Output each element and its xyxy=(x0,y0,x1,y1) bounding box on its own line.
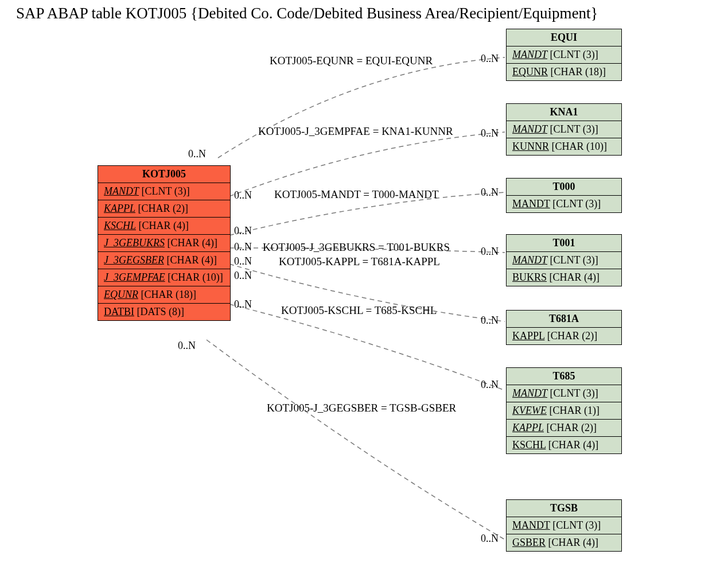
relation-label: KOTJ005-MANDT = T000-MANDT xyxy=(274,188,439,201)
cardinality-right: 0..N xyxy=(481,315,499,327)
entity-header: KNA1 xyxy=(507,104,621,121)
field-row: BUKRS [CHAR (4)] xyxy=(507,269,621,286)
entity-header: T000 xyxy=(507,179,621,196)
relation-label: KOTJ005-KSCHL = T685-KSCHL xyxy=(281,304,437,317)
field-row: DATBI [DATS (8)] xyxy=(98,304,230,320)
field-row: MANDT [CLNT (3)] xyxy=(507,252,621,269)
field-row: GSBER [CHAR (4)] xyxy=(507,534,621,551)
field-row: J_3GEBUKRS [CHAR (4)] xyxy=(98,235,230,252)
entity-t001: T001 MANDT [CLNT (3)] BUKRS [CHAR (4)] xyxy=(506,234,622,286)
relation-label: KOTJ005-J_3GEGSBER = TGSB-GSBER xyxy=(267,402,456,414)
field-row: J_3GEMPFAE [CHAR (10)] xyxy=(98,269,230,286)
cardinality-left: 0..N xyxy=(188,148,206,160)
cardinality-right: 0..N xyxy=(481,379,499,391)
field-row: MANDT [CLNT (3)] xyxy=(507,46,621,64)
relation-label: KOTJ005-EQUNR = EQUI-EQUNR xyxy=(270,55,433,67)
cardinality-right: 0..N xyxy=(481,53,499,65)
cardinality-left: 0..N xyxy=(234,270,252,282)
relation-label: KOTJ005-J_3GEBUKRS = T001-BUKRS xyxy=(263,241,450,254)
entity-t685: T685 MANDT [CLNT (3)] KVEWE [CHAR (1)] K… xyxy=(506,367,622,454)
entity-header: KOTJ005 xyxy=(98,166,230,183)
entity-header: EQUI xyxy=(507,29,621,46)
field-row: KUNNR [CHAR (10)] xyxy=(507,138,621,155)
cardinality-left: 0..N xyxy=(234,255,252,267)
cardinality-left: 0..N xyxy=(234,225,252,237)
field-row: MANDT [CLNT (3)] xyxy=(98,183,230,200)
field-row: EQUNR [CHAR (18)] xyxy=(507,64,621,80)
entity-equi: EQUI MANDT [CLNT (3)] EQUNR [CHAR (18)] xyxy=(506,29,622,81)
entity-header: TGSB xyxy=(507,500,621,517)
field-row: KAPPL [CHAR (2)] xyxy=(98,200,230,218)
relation-label: KOTJ005-KAPPL = T681A-KAPPL xyxy=(279,255,440,268)
cardinality-right: 0..N xyxy=(481,127,499,139)
page-title: SAP ABAP table KOTJ005 {Debited Co. Code… xyxy=(0,0,728,22)
entity-kna1: KNA1 MANDT [CLNT (3)] KUNNR [CHAR (10)] xyxy=(506,103,622,156)
field-row: MANDT [CLNT (3)] xyxy=(507,385,621,402)
field-row: MANDT [CLNT (3)] xyxy=(507,121,621,138)
entity-kotj005: KOTJ005 MANDT [CLNT (3)] KAPPL [CHAR (2)… xyxy=(98,165,231,321)
entity-header: T001 xyxy=(507,235,621,252)
entity-tgsb: TGSB MANDT [CLNT (3)] GSBER [CHAR (4)] xyxy=(506,499,622,552)
cardinality-left: 0..N xyxy=(234,241,252,253)
entity-header: T685 xyxy=(507,368,621,385)
field-row: EQUNR [CHAR (18)] xyxy=(98,286,230,304)
entity-t000: T000 MANDT [CLNT (3)] xyxy=(506,178,622,213)
cardinality-left: 0..N xyxy=(234,189,252,201)
field-row: KAPPL [CHAR (2)] xyxy=(507,420,621,437)
cardinality-left: 0..N xyxy=(178,340,196,352)
field-row: KSCHL [CHAR (4)] xyxy=(507,437,621,453)
cardinality-right: 0..N xyxy=(481,246,499,258)
field-row: KAPPL [CHAR (2)] xyxy=(507,328,621,344)
relation-label: KOTJ005-J_3GEMPFAE = KNA1-KUNNR xyxy=(258,125,453,138)
field-row: MANDT [CLNT (3)] xyxy=(507,517,621,534)
entity-t681a: T681A KAPPL [CHAR (2)] xyxy=(506,310,622,345)
field-row: MANDT [CLNT (3)] xyxy=(507,196,621,212)
cardinality-right: 0..N xyxy=(481,187,499,199)
entity-header: T681A xyxy=(507,311,621,328)
field-row: KSCHL [CHAR (4)] xyxy=(98,218,230,235)
cardinality-right: 0..N xyxy=(481,533,499,545)
cardinality-left: 0..N xyxy=(234,298,252,311)
field-row: KVEWE [CHAR (1)] xyxy=(507,402,621,420)
field-row: J_3GEGSBER [CHAR (4)] xyxy=(98,252,230,269)
